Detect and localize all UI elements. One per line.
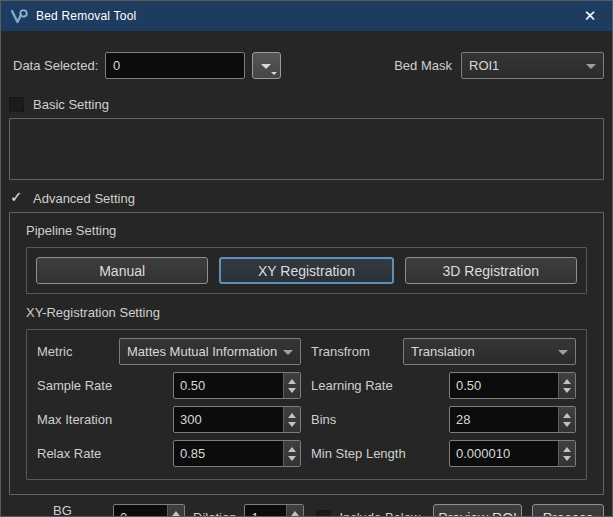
basic-setting-panel: [9, 118, 604, 180]
min-step-length-label: Min Step Length: [311, 446, 449, 461]
include-below-label: Include Below: [339, 510, 420, 517]
preview-roi-button[interactable]: Preview ROI: [433, 504, 522, 517]
check-icon: ✓: [10, 188, 23, 206]
chevron-down-icon: [586, 64, 596, 69]
spin-down-icon: [288, 456, 296, 461]
spin-arrows[interactable]: [558, 373, 575, 398]
spinbox-input[interactable]: [450, 407, 558, 432]
spin-up-icon: [172, 511, 180, 516]
spinbox-input[interactable]: [450, 373, 558, 398]
sample-rate-label: Sample Rate: [37, 378, 173, 393]
spin-up-icon: [563, 379, 571, 384]
chevron-down-icon: [283, 350, 293, 355]
basic-setting-checkbox[interactable]: [9, 97, 24, 112]
spin-up-icon: [563, 413, 571, 418]
transform-value: Translation: [411, 344, 475, 359]
spin-down-icon: [288, 388, 296, 393]
spin-up-icon: [563, 447, 571, 452]
spin-arrows[interactable]: [558, 441, 575, 466]
basic-setting-label: Basic Setting: [33, 97, 109, 112]
close-button[interactable]: ✕: [576, 4, 604, 28]
transform-label: Transfrom: [311, 344, 403, 359]
spin-arrows[interactable]: [286, 505, 303, 517]
learning-rate-spinbox[interactable]: [449, 372, 576, 399]
spinbox-input[interactable]: [114, 505, 167, 517]
learning-rate-label: Learning Rate: [311, 378, 449, 393]
menu-indicator-icon: [271, 72, 277, 75]
data-selection-row: Data Selected: Bed Mask ROI1: [9, 51, 604, 79]
spin-down-icon: [288, 422, 296, 427]
advanced-setting-panel: Pipeline Setting Manual XY Registration …: [9, 212, 604, 495]
spin-arrows[interactable]: [283, 407, 300, 432]
spin-arrows[interactable]: [558, 407, 575, 432]
relax-rate-spinbox[interactable]: [173, 440, 301, 467]
spin-down-icon: [563, 422, 571, 427]
max-iteration-label: Max Iteration: [37, 412, 173, 427]
max-iteration-spinbox[interactable]: [173, 406, 301, 433]
bed-removal-dialog: Bed Removal Tool ✕ Data Selected: Bed Ma…: [0, 0, 613, 517]
window-title: Bed Removal Tool: [36, 9, 136, 23]
spinbox-input[interactable]: [450, 441, 558, 466]
bed-mask-label: Bed Mask: [394, 58, 452, 73]
dilation-spinbox[interactable]: [244, 504, 304, 517]
xy-registration-button[interactable]: XY Registration: [219, 257, 393, 284]
spin-down-icon: [563, 456, 571, 461]
spin-row: Max Iteration Bins: [37, 406, 576, 433]
advanced-setting-label: Advanced Setting: [33, 191, 135, 206]
spin-up-icon: [291, 511, 299, 516]
spin-row: Relax Rate Min Step Length: [37, 440, 576, 467]
metric-transform-row: Metric Mattes Mutual Information Transfr…: [37, 338, 576, 365]
data-selected-label: Data Selected:: [9, 58, 105, 73]
bg-value-spinbox[interactable]: [113, 504, 185, 517]
bg-value-label: BG value: [53, 503, 105, 517]
registration-3d-button[interactable]: 3D Registration: [405, 257, 577, 284]
data-selected-input[interactable]: [105, 52, 245, 79]
bins-spinbox[interactable]: [449, 406, 576, 433]
footer-row: BG value Dilation Include Below Preview …: [9, 504, 604, 517]
bed-mask-group: Bed Mask ROI1: [394, 52, 604, 79]
xy-registration-frame: Metric Mattes Mutual Information Transfr…: [26, 329, 587, 480]
min-step-length-spinbox[interactable]: [449, 440, 576, 467]
spin-arrows[interactable]: [167, 505, 184, 517]
process-button[interactable]: Process: [532, 504, 604, 517]
pipeline-setting-title: Pipeline Setting: [26, 223, 587, 238]
advanced-setting-checkbox[interactable]: ✓: [9, 191, 24, 206]
close-icon: ✕: [584, 7, 597, 25]
chevron-down-icon: [558, 350, 568, 355]
bins-label: Bins: [311, 412, 449, 427]
titlebar: Bed Removal Tool ✕: [1, 1, 612, 31]
spinbox-input[interactable]: [174, 441, 283, 466]
spin-up-icon: [288, 447, 296, 452]
spinbox-input[interactable]: [174, 407, 283, 432]
spin-row: Sample Rate Learning Rate: [37, 372, 576, 399]
pipeline-frame: Manual XY Registration 3D Registration: [26, 247, 587, 294]
spin-up-icon: [288, 413, 296, 418]
transform-select[interactable]: Translation: [403, 338, 576, 365]
metric-select[interactable]: Mattes Mutual Information: [119, 338, 301, 365]
include-below-checkbox[interactable]: [316, 510, 331, 517]
metric-label: Metric: [37, 344, 119, 359]
relax-rate-label: Relax Rate: [37, 446, 173, 461]
app-logo-icon: [11, 8, 29, 24]
advanced-setting-row: ✓ Advanced Setting: [9, 189, 604, 207]
sample-rate-spinbox[interactable]: [173, 372, 301, 399]
xy-registration-setting-title: XY-Registration Setting: [26, 305, 587, 320]
bed-mask-select[interactable]: ROI1: [461, 52, 604, 79]
spinbox-input[interactable]: [174, 373, 283, 398]
spin-up-icon: [288, 379, 296, 384]
manual-button[interactable]: Manual: [36, 257, 208, 284]
spin-arrows[interactable]: [283, 373, 300, 398]
dilation-label: Dilation: [193, 510, 236, 517]
basic-setting-row: Basic Setting: [9, 95, 604, 113]
metric-value: Mattes Mutual Information: [127, 344, 277, 359]
spinbox-input[interactable]: [245, 505, 286, 517]
data-selected-dropdown-button[interactable]: [252, 52, 281, 79]
spin-down-icon: [563, 388, 571, 393]
dialog-content: Data Selected: Bed Mask ROI1 Basic Setti…: [1, 31, 612, 517]
dropdown-arrow-icon: [261, 64, 271, 69]
spin-arrows[interactable]: [283, 441, 300, 466]
bed-mask-value: ROI1: [469, 58, 499, 73]
